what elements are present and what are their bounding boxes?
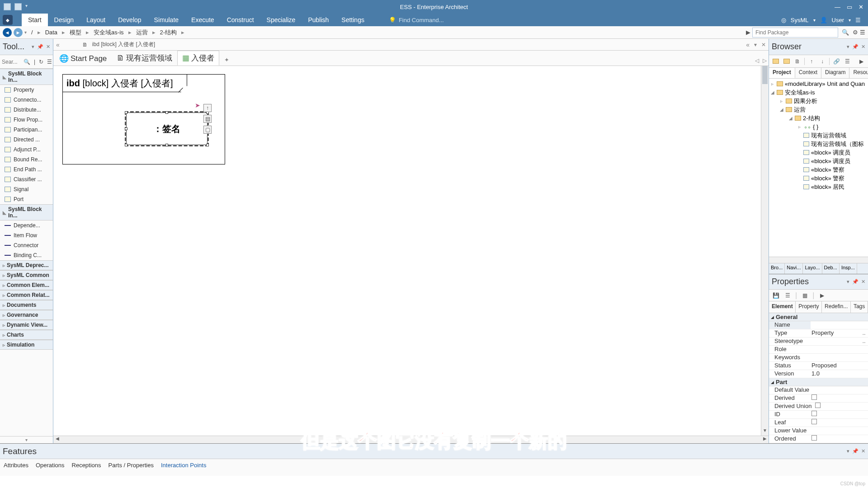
panel-close-icon[interactable]: ✕ (861, 279, 865, 285)
diagram-canvas[interactable]: ibd [block] 入侵者 [入侵者] ：签名 ↑ ▤ ▢ ➤ ▲▼ (53, 66, 769, 443)
crumb-ops[interactable]: 运营 (133, 28, 151, 37)
tree-node[interactable]: 现有运营领域（图标 (811, 140, 864, 148)
minimize-button[interactable]: — (835, 4, 840, 10)
toolbox-more-icon[interactable]: ▾ (0, 436, 53, 443)
panel-dropdown-icon[interactable]: ▾ (32, 44, 34, 50)
maximize-button[interactable]: ▭ (847, 4, 852, 10)
btab-layout[interactable]: Layo... (803, 263, 822, 274)
panel-pin-icon[interactable]: 📌 (852, 448, 859, 454)
derived-checkbox[interactable] (811, 394, 817, 400)
qat-dropdown-icon[interactable]: ▾ (25, 3, 28, 10)
toolbox-category[interactable]: ▹SysML Deprec... (0, 260, 53, 270)
quicklink-compartment-icon[interactable]: ▤ (203, 115, 212, 123)
properties-grid[interactable]: ◢General Name TypeProperty.. Stereotype.… (769, 313, 868, 443)
ribbon-tab-design[interactable]: Design (48, 14, 80, 26)
browser-tab-context[interactable]: Context (795, 68, 821, 78)
browser-tab-diagram[interactable]: Diagram (821, 68, 849, 78)
user-dropdown-icon[interactable]: ▾ (849, 18, 851, 23)
tree-node[interactable]: 因果分析 (794, 97, 817, 105)
feature-tab-parts[interactable]: Parts / Properties (108, 462, 154, 469)
toolbox-category-1[interactable]: ◣SysML Block In... (0, 69, 53, 85)
toolbox-category-2[interactable]: ◣SysML Block In... (0, 204, 53, 221)
toolbox-item[interactable]: Depende... (0, 221, 53, 230)
derived-union-checkbox[interactable] (815, 403, 821, 408)
toolbox-search-input[interactable] (2, 59, 22, 65)
tab-nav-left-icon[interactable]: ◁ (753, 56, 761, 66)
tree-horizontal-scrollbar[interactable] (769, 257, 868, 263)
ordered-checkbox[interactable] (811, 435, 817, 441)
toolbox-item[interactable]: Distribute... (0, 105, 53, 115)
feature-tab-attributes[interactable]: Attributes (4, 462, 28, 469)
panel-dropdown-icon[interactable]: ▾ (847, 279, 849, 285)
hamburger-icon[interactable]: ☰ (47, 59, 52, 65)
feature-tab-receptions[interactable]: Receptions (72, 462, 101, 469)
perspective-dropdown-icon[interactable]: ▾ (813, 18, 816, 23)
toolbox-category[interactable]: ▹Charts (0, 330, 53, 340)
up-arrow-icon[interactable]: ↑ (807, 58, 816, 65)
crumb-data[interactable]: Data (42, 29, 60, 36)
tree-node[interactable]: «block» 居民 (811, 183, 844, 191)
tree-node[interactable]: «modelLibrary» Unit and Quan (785, 80, 865, 87)
tree-node[interactable]: «block» 调度员 (811, 149, 850, 157)
qat-icon-1[interactable] (4, 3, 11, 10)
panel-close-icon[interactable]: ✕ (46, 44, 50, 50)
ribbon-tab-publish[interactable]: Publish (302, 14, 335, 26)
tab-intruder[interactable]: ▦入侵者 (177, 51, 219, 66)
strip-dropdown-icon[interactable]: ▾ (754, 42, 757, 48)
element-icon[interactable]: ▦ (801, 292, 809, 299)
toolbox-item[interactable]: Connecto... (0, 95, 53, 105)
tree-node[interactable]: 运营 (794, 106, 806, 114)
tab-start-page[interactable]: 🌐Start Page (54, 52, 112, 66)
search-icon[interactable]: 🔍 (24, 59, 30, 65)
diagram-icon[interactable]: 🗎 (793, 58, 802, 65)
toolbox-item[interactable]: Directed ... (0, 135, 53, 145)
panel-dropdown-icon[interactable]: ▾ (847, 44, 849, 50)
btab-navigator[interactable]: Navi... (785, 263, 803, 274)
props-tab-tags[interactable]: Tags (851, 301, 868, 313)
toolbox-item[interactable]: Binding C... (0, 250, 53, 260)
ellipsis-button[interactable]: .. (860, 338, 868, 345)
toolbox-item[interactable]: End Path ... (0, 164, 53, 174)
hamburger-icon[interactable]: ☰ (843, 58, 851, 65)
toolbox-item[interactable]: Item Flow (0, 230, 53, 240)
feature-tab-operations[interactable]: Operations (36, 462, 65, 469)
chevron-double-left-icon[interactable]: « (56, 41, 60, 48)
leaf-checkbox[interactable] (811, 419, 817, 424)
ribbon-tab-specialize[interactable]: Specialize (260, 14, 302, 26)
browser-tab-resources[interactable]: Resour... (849, 68, 868, 78)
toolbox-category[interactable]: ▹Documents (0, 300, 53, 310)
tree-node[interactable]: «block» 警察 (811, 174, 844, 183)
tree-node[interactable]: 2-结构 (803, 114, 820, 122)
ribbon-tab-construct[interactable]: Construct (221, 14, 260, 26)
toolbox-item[interactable]: Port (0, 194, 53, 204)
toolbox-item[interactable]: Participan... (0, 125, 53, 135)
toolbox-item[interactable]: Classifier ... (0, 174, 53, 184)
nav-back-button[interactable]: ◄ (3, 28, 12, 37)
panel-close-icon[interactable]: ✕ (861, 448, 865, 454)
feature-tab-interaction-points[interactable]: Interaction Points (161, 462, 206, 469)
panel-dropdown-icon[interactable]: ▾ (847, 448, 849, 454)
props-tab-property[interactable]: Property (796, 301, 822, 313)
search-icon[interactable]: 🔍 (840, 29, 851, 36)
toolbox-category[interactable]: ▹Simulation (0, 340, 53, 350)
save-icon[interactable]: 💾 (772, 292, 780, 299)
perspective-label[interactable]: SysML (791, 17, 809, 23)
down-arrow-icon[interactable]: ↓ (818, 58, 826, 65)
toolbox-item[interactable]: Adjunct P... (0, 145, 53, 155)
toolbox-item[interactable]: Bound Re... (0, 155, 53, 164)
ribbon-tab-develop[interactable]: Develop (112, 14, 147, 26)
close-button[interactable]: ✕ (859, 4, 863, 10)
tab-existing-ops[interactable]: 🗎现有运营领域 (112, 51, 177, 66)
find-command[interactable]: 💡 Find Command... (389, 17, 444, 23)
forward-icon[interactable]: ▶ (818, 292, 826, 299)
quicklink-up-icon[interactable]: ↑ (203, 104, 212, 112)
qat-icon-2[interactable] (14, 3, 22, 10)
ribbon-tab-simulate[interactable]: Simulate (148, 14, 185, 26)
nav-forward-button[interactable]: ► (14, 28, 23, 37)
tree-node[interactable]: { } (813, 123, 818, 130)
ribbon-tab-start[interactable]: Start (22, 14, 48, 26)
ribbon-tab-execute[interactable]: Execute (185, 14, 221, 26)
tab-nav-right-icon[interactable]: ▷ (761, 56, 769, 66)
ribbon-tab-settings[interactable]: Settings (335, 14, 371, 26)
list-icon[interactable]: ☰ (783, 292, 792, 299)
